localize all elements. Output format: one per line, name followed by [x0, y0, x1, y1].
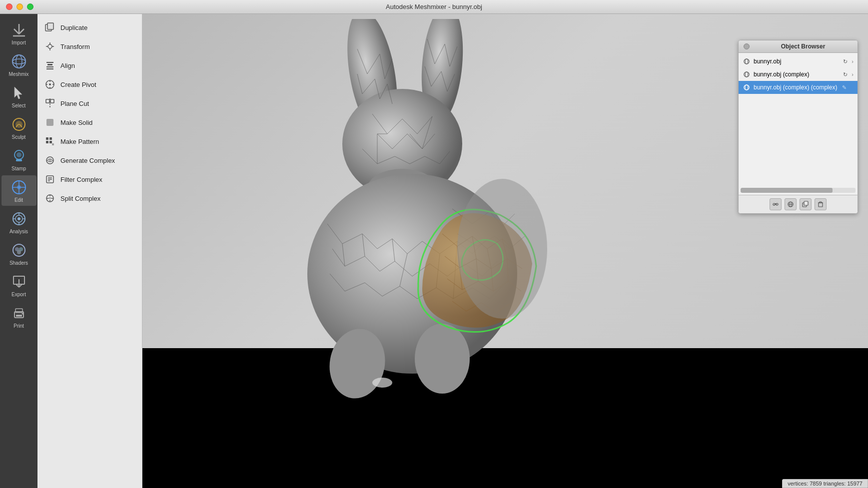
ob-tool-globe[interactable] [785, 198, 797, 210]
svg-point-193 [776, 203, 778, 205]
sidebar-item-edit[interactable]: Edit [1, 175, 36, 206]
ob-tool-link[interactable] [770, 198, 782, 210]
object-browser-scrollbar[interactable] [741, 188, 856, 193]
split-complex-label: Split Complex [60, 195, 100, 202]
svg-point-38 [48, 44, 52, 48]
select-icon [10, 84, 28, 102]
svg-rect-46 [46, 68, 53, 69]
menu-item-make-solid[interactable]: Make Solid [37, 113, 142, 132]
menu-item-create-pivot[interactable]: Create Pivot [37, 75, 142, 94]
sidebar-item-analysis[interactable]: Analysis [1, 207, 36, 237]
svg-point-190 [744, 85, 749, 90]
sidebar-item-shaders[interactable]: Shaders [1, 238, 36, 269]
sidebar-item-export[interactable]: Export [1, 270, 36, 300]
svg-rect-60 [49, 141, 52, 143]
maximize-button[interactable] [27, 3, 33, 10]
ob-item-arrow-1: › [852, 58, 854, 64]
svg-rect-61 [52, 143, 54, 145]
svg-rect-53 [46, 99, 49, 103]
filter-complex-icon [44, 174, 55, 185]
menu-item-make-pattern[interactable]: Make Pattern [37, 132, 142, 151]
svg-point-6 [12, 59, 25, 64]
stamp-icon [10, 147, 28, 165]
align-label: Align [60, 62, 75, 69]
ob-empty-space [739, 96, 858, 186]
object-browser-item-2[interactable]: bunnyr.obj (complex) ↻ › [739, 68, 858, 81]
svg-point-184 [457, 179, 547, 319]
object-browser-item-1[interactable]: bunnyr.obj ↻ › [739, 55, 858, 68]
ob-item-edit-3[interactable]: ✎ [842, 84, 847, 91]
select-label: Select [12, 103, 26, 108]
ob-tool-trash[interactable] [815, 198, 827, 210]
stamp-label: Stamp [11, 166, 26, 171]
svg-rect-57 [46, 137, 48, 140]
ob-item-icon-2 [743, 70, 751, 78]
ob-item-refresh-2[interactable]: ↻ [843, 71, 848, 78]
object-browser-toolbar [739, 195, 858, 213]
svg-rect-198 [804, 201, 808, 205]
object-browser-item-3[interactable]: bunnyr.obj (complex) (complex) ✎ [739, 81, 858, 94]
plane-cut-label: Plane Cut [60, 100, 89, 107]
edit-label: Edit [14, 197, 23, 203]
svg-point-185 [372, 378, 392, 388]
ob-item-icon-3 [743, 83, 751, 91]
menu-item-split-complex[interactable]: Split Complex [37, 189, 142, 208]
statusbar: vertices: 7859 triangles: 15977 [782, 479, 868, 488]
svg-point-4 [12, 55, 25, 68]
menu-item-duplicate[interactable]: Duplicate [37, 18, 142, 37]
svg-rect-59 [46, 141, 48, 143]
sidebar-item-print[interactable]: Print [1, 301, 36, 332]
object-browser-close-button[interactable] [744, 43, 750, 49]
titlebar-buttons [6, 3, 33, 10]
svg-point-16 [17, 185, 21, 189]
object-browser-list: bunnyr.obj ↻ › bunnyr.obj (complex) ↻ › [739, 53, 858, 96]
object-browser-title: Object Browser [754, 43, 853, 50]
object-browser-scrollbar-thumb[interactable] [741, 188, 833, 193]
shaders-label: Shaders [9, 260, 28, 266]
meshmix-label: Meshmix [8, 71, 28, 77]
sculpt-label: Sculpt [12, 134, 26, 140]
svg-rect-34 [16, 315, 22, 317]
svg-point-191 [746, 85, 748, 90]
export-icon [10, 273, 28, 291]
menu-item-filter-complex[interactable]: Filter Complex [37, 170, 142, 189]
print-label: Print [13, 323, 24, 329]
ob-item-icon-1 [743, 57, 751, 65]
sidebar-item-import[interactable]: Import [1, 18, 36, 48]
menu-item-generate-complex[interactable]: Generate Complex [37, 151, 142, 170]
edit-icon [10, 178, 28, 196]
bunny-model [202, 19, 652, 409]
svg-point-27 [17, 250, 21, 254]
duplicate-icon [44, 22, 55, 33]
import-icon [10, 21, 28, 39]
minimize-button[interactable] [16, 3, 23, 10]
sidebar-item-sculpt[interactable]: Sculpt [1, 112, 36, 143]
svg-point-192 [773, 203, 775, 205]
titlebar: Autodesk Meshmixer - bunnyr.obj [0, 0, 868, 14]
print-icon [10, 304, 28, 322]
menu-item-align[interactable]: Align [37, 56, 142, 75]
sidebar-item-stamp[interactable]: Stamp [1, 144, 36, 174]
ob-item-label-3: bunnyr.obj (complex) (complex) [754, 84, 837, 91]
split-complex-icon [44, 193, 55, 204]
make-solid-label: Make Solid [60, 119, 92, 126]
svg-point-77 [415, 324, 470, 394]
ob-item-arrow-2: › [852, 71, 854, 77]
plane-cut-icon [44, 98, 55, 109]
menu-item-plane-cut[interactable]: Plane Cut [37, 94, 142, 113]
export-label: Export [11, 292, 26, 297]
svg-point-19 [17, 217, 20, 220]
edit-panel: Duplicate Transform Align [37, 14, 142, 488]
ob-item-refresh-1[interactable]: ↻ [843, 58, 848, 65]
close-button[interactable] [6, 3, 12, 10]
sidebar-item-select[interactable]: Select [1, 81, 36, 111]
analysis-label: Analysis [9, 229, 28, 234]
ob-tool-duplicate[interactable] [800, 198, 812, 210]
sidebar-item-meshmix[interactable]: Meshmix [1, 49, 36, 80]
object-browser-header: Object Browser [739, 40, 858, 53]
meshmix-icon [10, 52, 28, 70]
menu-item-transform[interactable]: Transform [37, 37, 142, 56]
filter-complex-label: Filter Complex [60, 176, 102, 183]
svg-line-2 [19, 29, 24, 34]
svg-point-186 [744, 59, 749, 64]
